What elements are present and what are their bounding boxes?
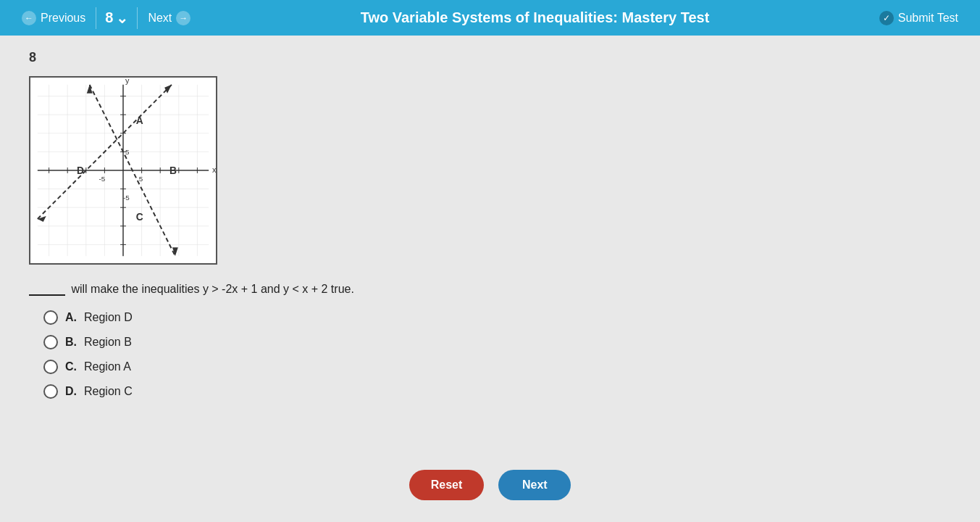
reset-button[interactable]: Reset — [409, 470, 485, 500]
svg-text:5: 5 — [125, 148, 130, 156]
svg-text:-5: -5 — [123, 194, 130, 202]
svg-text:x: x — [212, 165, 216, 174]
answer-choices-list: A. Region D B. Region B C. Region A D. R… — [43, 310, 951, 399]
choice-c-label: C. — [65, 360, 77, 373]
chevron-icon: ⌄ — [116, 9, 128, 27]
question-number-selector[interactable]: 8 ⌄ — [99, 9, 134, 27]
next-button-top[interactable]: Next → — [141, 0, 198, 36]
choice-a-label: A. — [65, 311, 77, 324]
divider-1 — [96, 7, 96, 29]
blank-underline — [29, 294, 65, 296]
top-navigation-bar: ← Previous 8 ⌄ Next → Two Variable Syste… — [0, 0, 980, 36]
choice-d-label: D. — [65, 385, 77, 398]
submit-test-button[interactable]: ✓ Submit Test — [872, 11, 966, 25]
submit-check-icon: ✓ — [879, 11, 894, 25]
choice-a-text: Region D — [84, 311, 133, 324]
svg-text:5: 5 — [139, 175, 143, 183]
question-text: will make the inequalities y > -2x + 1 a… — [29, 283, 951, 296]
radio-d[interactable] — [43, 384, 58, 399]
bottom-action-bar: Reset Next — [29, 455, 951, 508]
next-icon: → — [176, 11, 190, 25]
svg-text:D: D — [77, 165, 84, 176]
choice-b-label: B. — [65, 336, 77, 349]
choice-d[interactable]: D. Region C — [43, 384, 951, 399]
svg-text:y: y — [125, 78, 130, 85]
choice-c-text: Region A — [84, 360, 131, 373]
previous-button[interactable]: ← Previous — [14, 0, 93, 36]
svg-text:B: B — [169, 165, 177, 176]
graph-svg: x y -5 5 5 -5 — [30, 78, 216, 263]
content-area: x y -5 5 5 -5 — [29, 76, 951, 399]
divider-2 — [137, 7, 138, 29]
question-body: will make the inequalities y > -2x + 1 a… — [71, 283, 353, 295]
question-number-label: 8 — [29, 50, 951, 65]
coordinate-graph: x y -5 5 5 -5 — [29, 76, 217, 265]
radio-a[interactable] — [43, 310, 58, 325]
svg-text:-5: -5 — [99, 175, 106, 183]
choice-d-text: Region C — [84, 385, 133, 398]
radio-b[interactable] — [43, 335, 58, 349]
choice-b[interactable]: B. Region B — [43, 335, 951, 349]
radio-c[interactable] — [43, 360, 58, 374]
submit-label: Submit Test — [898, 12, 958, 25]
test-title: Two Variable Systems of Inequalities: Ma… — [198, 9, 871, 26]
svg-text:C: C — [136, 212, 143, 223]
choice-b-text: Region B — [84, 336, 132, 349]
question-num-value: 8 — [105, 9, 113, 26]
next-label-top: Next — [148, 12, 172, 25]
previous-icon: ← — [22, 11, 36, 25]
choice-c[interactable]: C. Region A — [43, 360, 951, 374]
svg-text:A: A — [136, 115, 143, 126]
previous-label: Previous — [41, 12, 85, 25]
choice-a[interactable]: A. Region D — [43, 310, 951, 325]
main-content-area: 8 — [0, 36, 980, 522]
next-button-bottom[interactable]: Next — [498, 470, 571, 500]
